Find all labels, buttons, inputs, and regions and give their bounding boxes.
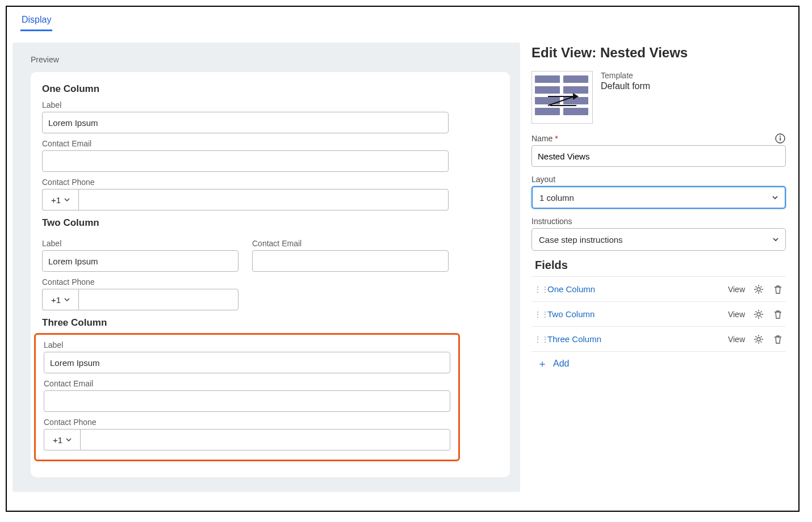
- required-asterisk: *: [555, 134, 558, 143]
- instructions-value: Case step instructions: [539, 235, 623, 245]
- instructions-label: Instructions: [531, 217, 572, 226]
- field-label: Label: [44, 340, 450, 350]
- template-value: Default form: [601, 81, 650, 91]
- drag-handle-icon[interactable]: ⋮⋮: [534, 310, 539, 319]
- add-button[interactable]: ＋ Add: [531, 352, 786, 369]
- fields-header: Fields: [535, 259, 786, 272]
- info-icon[interactable]: [775, 133, 786, 144]
- view-badge: View: [728, 285, 745, 294]
- preview-card: One Column Label Contact Email Contact P…: [31, 72, 510, 477]
- trash-icon[interactable]: [772, 334, 784, 345]
- email-input[interactable]: [44, 390, 450, 412]
- view-badge: View: [728, 310, 745, 319]
- field-link[interactable]: One Column: [547, 284, 720, 294]
- instructions-select[interactable]: Case step instructions: [531, 228, 786, 251]
- field-label-phone: Contact Phone: [42, 178, 499, 187]
- field-row: ⋮⋮ Two Column View: [531, 302, 786, 327]
- gear-icon[interactable]: [753, 284, 764, 295]
- section-header-three: Three Column: [42, 317, 499, 329]
- phone-input[interactable]: [78, 189, 449, 211]
- phone-input[interactable]: [80, 429, 450, 451]
- field-label-phone: Contact Phone: [42, 277, 499, 287]
- field-row: ⋮⋮ Three Column View: [531, 327, 786, 352]
- chevron-down-icon: [773, 237, 778, 242]
- section-header-two: Two Column: [42, 217, 499, 229]
- layout-value: 1 column: [539, 193, 574, 203]
- chevron-down-icon: [64, 197, 70, 203]
- trash-icon[interactable]: [772, 284, 784, 295]
- svg-point-1: [780, 136, 781, 137]
- field-list: ⋮⋮ One Column View ⋮⋮ Two Column View ⋮⋮…: [531, 276, 786, 352]
- phone-prefix-value: +1: [51, 295, 61, 305]
- field-label-email: Contact Email: [44, 379, 450, 388]
- phone-prefix-value: +1: [53, 435, 62, 445]
- svg-point-3: [757, 288, 760, 291]
- phone-prefix-select[interactable]: +1: [42, 289, 78, 310]
- add-label: Add: [553, 359, 569, 369]
- label-input[interactable]: [44, 352, 450, 373]
- drag-handle-icon[interactable]: ⋮⋮: [534, 335, 539, 344]
- phone-input[interactable]: [78, 289, 238, 310]
- view-badge: View: [728, 335, 745, 344]
- svg-rect-2: [780, 137, 781, 141]
- field-link[interactable]: Two Column: [547, 309, 720, 319]
- email-input[interactable]: [42, 150, 449, 172]
- section-header-one: One Column: [42, 83, 499, 95]
- side-title: Edit View: Nested Views: [531, 45, 786, 61]
- phone-prefix-select[interactable]: +1: [44, 429, 80, 451]
- chevron-down-icon: [66, 437, 72, 443]
- trash-icon[interactable]: [772, 309, 784, 320]
- name-input[interactable]: [531, 145, 786, 167]
- label-input[interactable]: [42, 112, 449, 133]
- layout-select[interactable]: 1 column: [531, 186, 786, 209]
- field-label-email: Contact Email: [252, 239, 449, 248]
- label-input[interactable]: [42, 250, 238, 272]
- email-input[interactable]: [252, 250, 449, 272]
- chevron-down-icon: [772, 195, 778, 200]
- template-label: Template: [601, 71, 650, 80]
- name-label: Name: [531, 134, 553, 143]
- side-panel: Edit View: Nested Views Template: [531, 43, 793, 492]
- highlighted-section: Label Contact Email Contact Phone +1: [34, 333, 460, 461]
- template-thumbnail: [531, 71, 593, 124]
- chevron-down-icon: [64, 297, 70, 302]
- preview-title: Preview: [31, 55, 510, 64]
- phone-prefix-value: +1: [51, 195, 61, 205]
- field-row: ⋮⋮ One Column View: [531, 277, 786, 302]
- svg-point-5: [757, 338, 760, 341]
- phone-prefix-select[interactable]: +1: [42, 189, 78, 211]
- layout-label: Layout: [531, 175, 555, 184]
- tab-display[interactable]: Display: [20, 11, 52, 31]
- field-label-email: Contact Email: [42, 139, 499, 148]
- field-label: Label: [42, 100, 499, 110]
- svg-point-4: [757, 313, 760, 316]
- plus-icon: ＋: [537, 359, 547, 369]
- gear-icon[interactable]: [753, 309, 764, 320]
- gear-icon[interactable]: [753, 334, 764, 345]
- drag-handle-icon[interactable]: ⋮⋮: [534, 285, 539, 294]
- preview-panel: Preview One Column Label Contact Email C…: [12, 43, 520, 492]
- field-label: Label: [42, 239, 238, 248]
- field-link[interactable]: Three Column: [547, 334, 720, 344]
- field-label-phone: Contact Phone: [44, 418, 450, 427]
